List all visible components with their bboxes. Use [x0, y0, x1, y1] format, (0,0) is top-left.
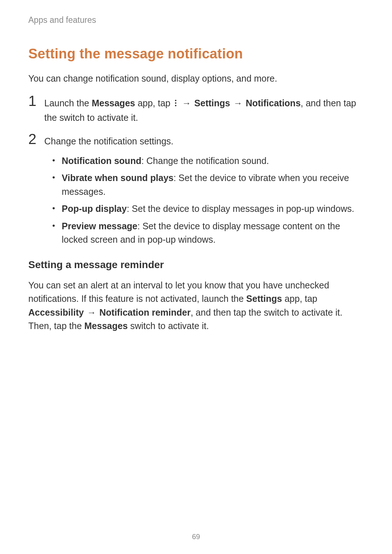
bullet-label: Pop-up display — [62, 204, 127, 214]
more-options-icon — [173, 97, 178, 111]
bullet-label: Preview message — [62, 221, 137, 231]
arrow-icon: → — [181, 98, 192, 108]
sub-messages: Messages — [84, 321, 128, 331]
page-number: 69 — [0, 533, 392, 541]
arrow-icon: → — [86, 307, 97, 317]
svg-point-1 — [175, 102, 176, 104]
step-1: Launch the Messages app, tap → Settings … — [28, 96, 364, 124]
section-heading: Setting the message notification — [28, 46, 364, 62]
sub-paragraph: You can set an alert at an interval to l… — [28, 279, 364, 333]
bullet-item: Vibrate when sound plays: Set the device… — [52, 171, 364, 198]
bullet-label: Vibrate when sound plays — [62, 173, 173, 183]
steps-list: Launch the Messages app, tap → Settings … — [28, 96, 364, 247]
section-intro: You can change notification sound, displ… — [28, 72, 364, 85]
step-1-settings: Settings — [194, 98, 230, 108]
step-1-notifications: Notifications — [246, 98, 301, 108]
bullet-item: Preview message: Set the device to displ… — [52, 219, 364, 247]
bullet-item: Notification sound: Change the notificat… — [52, 154, 364, 168]
sub-settings-app: Settings — [246, 294, 282, 304]
bullet-desc: : Change the notification sound. — [141, 156, 269, 166]
breadcrumb: Apps and features — [28, 15, 364, 25]
step-2-body: Change the notification settings. Notifi… — [44, 134, 364, 247]
step-2-bullets: Notification sound: Change the notificat… — [44, 154, 364, 247]
step-1-body: Launch the Messages app, tap → Settings … — [44, 96, 364, 124]
sub-heading: Setting a message reminder — [28, 259, 364, 271]
page-content: Apps and features Setting the message no… — [0, 0, 392, 333]
step-1-prefix: Launch the — [44, 98, 92, 108]
sub-notif-reminder: Notification reminder — [99, 307, 191, 317]
bullet-label: Notification sound — [62, 156, 141, 166]
sub-accessibility: Accessibility — [28, 307, 84, 317]
bullet-desc: : Set the device to display messages in … — [127, 204, 354, 214]
step-1-app-name: Messages — [92, 98, 135, 108]
bullet-item: Pop-up display: Set the device to displa… — [52, 202, 364, 216]
svg-point-0 — [175, 100, 176, 101]
step-2: Change the notification settings. Notifi… — [28, 134, 364, 247]
step-1-mid1: app, tap — [135, 98, 173, 108]
step-2-text: Change the notification settings. — [44, 136, 173, 146]
arrow-icon: → — [233, 98, 243, 108]
svg-point-2 — [175, 105, 176, 106]
sub-mid1: app, tap — [282, 294, 317, 304]
sub-suffix: switch to activate it. — [128, 321, 209, 331]
